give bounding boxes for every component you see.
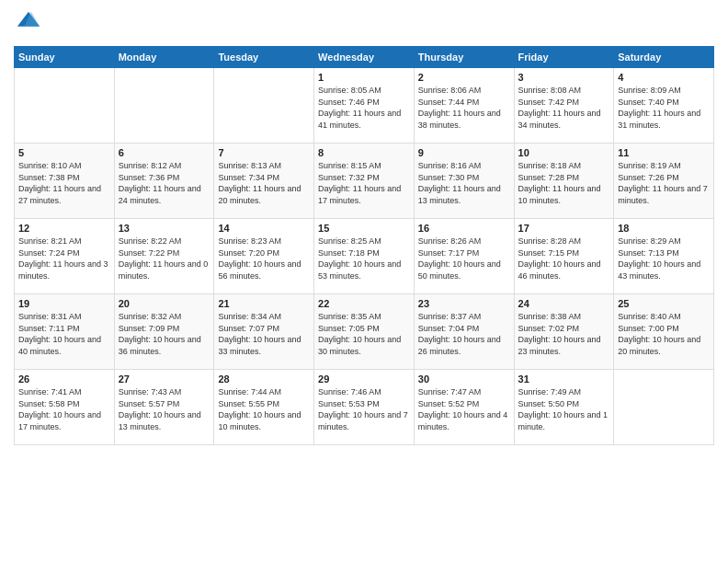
day-number: 29 [318, 373, 410, 385]
day-number: 25 [618, 298, 710, 309]
day-number: 7 [218, 147, 310, 158]
table-row: 13Sunrise: 8:22 AMSunset: 7:22 PMDayligh… [114, 219, 214, 294]
table-row: 8Sunrise: 8:15 AMSunset: 7:32 PMDaylight… [314, 144, 415, 219]
day-number: 11 [618, 147, 710, 158]
table-row: 4Sunrise: 8:09 AMSunset: 7:40 PMDaylight… [614, 68, 714, 144]
table-row: 2Sunrise: 8:06 AMSunset: 7:44 PMDaylight… [414, 68, 514, 144]
day-info: Sunrise: 7:41 AMSunset: 5:58 PMDaylight:… [18, 386, 110, 432]
day-number: 18 [618, 223, 710, 234]
table-row: 23Sunrise: 8:37 AMSunset: 7:04 PMDayligh… [414, 294, 514, 370]
day-number: 1 [318, 72, 410, 83]
table-row [114, 68, 214, 144]
day-number: 28 [218, 373, 310, 385]
day-number: 13 [119, 223, 210, 234]
calendar-week-row: 12Sunrise: 8:21 AMSunset: 7:24 PMDayligh… [15, 219, 714, 294]
day-number: 17 [518, 223, 610, 234]
day-info: Sunrise: 7:43 AMSunset: 5:57 PMDaylight:… [119, 386, 210, 432]
day-info: Sunrise: 8:40 AMSunset: 7:00 PMDaylight:… [618, 311, 710, 357]
day-number: 15 [318, 223, 410, 234]
col-saturday: Saturday [614, 47, 714, 68]
day-info: Sunrise: 8:23 AMSunset: 7:20 PMDaylight:… [218, 236, 310, 282]
table-row: 22Sunrise: 8:35 AMSunset: 7:05 PMDayligh… [314, 294, 415, 370]
col-sunday: Sunday [15, 47, 115, 68]
calendar-week-row: 5Sunrise: 8:10 AMSunset: 7:38 PMDaylight… [15, 144, 714, 219]
table-row: 15Sunrise: 8:25 AMSunset: 7:18 PMDayligh… [314, 219, 415, 294]
day-info: Sunrise: 8:29 AMSunset: 7:13 PMDaylight:… [618, 236, 710, 282]
day-info: Sunrise: 8:19 AMSunset: 7:26 PMDaylight:… [618, 160, 710, 206]
table-row: 17Sunrise: 8:28 AMSunset: 7:15 PMDayligh… [514, 219, 614, 294]
logo [14, 9, 45, 39]
table-row: 18Sunrise: 8:29 AMSunset: 7:13 PMDayligh… [614, 219, 714, 294]
logo-icon [16, 9, 41, 35]
day-number: 5 [18, 147, 110, 158]
table-row: 31Sunrise: 7:49 AMSunset: 5:50 PMDayligh… [514, 370, 614, 445]
day-number: 22 [318, 298, 410, 309]
table-row: 16Sunrise: 8:26 AMSunset: 7:17 PMDayligh… [414, 219, 514, 294]
day-number: 20 [119, 298, 210, 309]
day-number: 24 [518, 298, 610, 309]
day-number: 6 [119, 147, 210, 158]
day-info: Sunrise: 8:38 AMSunset: 7:02 PMDaylight:… [518, 311, 610, 357]
table-row [15, 68, 115, 144]
day-info: Sunrise: 8:12 AMSunset: 7:36 PMDaylight:… [119, 160, 210, 206]
day-info: Sunrise: 8:08 AMSunset: 7:42 PMDaylight:… [518, 85, 610, 131]
day-info: Sunrise: 8:18 AMSunset: 7:28 PMDaylight:… [518, 160, 610, 206]
day-info: Sunrise: 8:25 AMSunset: 7:18 PMDaylight:… [318, 236, 410, 282]
day-info: Sunrise: 8:34 AMSunset: 7:07 PMDaylight:… [218, 311, 310, 357]
day-info: Sunrise: 7:47 AMSunset: 5:52 PMDaylight:… [418, 386, 510, 432]
table-row: 24Sunrise: 8:38 AMSunset: 7:02 PMDayligh… [514, 294, 614, 370]
calendar-table: Sunday Monday Tuesday Wednesday Thursday… [14, 46, 714, 445]
day-info: Sunrise: 7:49 AMSunset: 5:50 PMDaylight:… [518, 386, 610, 432]
table-row: 12Sunrise: 8:21 AMSunset: 7:24 PMDayligh… [15, 219, 115, 294]
calendar-week-row: 19Sunrise: 8:31 AMSunset: 7:11 PMDayligh… [15, 294, 714, 370]
col-monday: Monday [114, 47, 214, 68]
day-info: Sunrise: 8:37 AMSunset: 7:04 PMDaylight:… [418, 311, 510, 357]
col-friday: Friday [514, 47, 614, 68]
day-info: Sunrise: 7:44 AMSunset: 5:55 PMDaylight:… [218, 386, 310, 432]
table-row: 10Sunrise: 8:18 AMSunset: 7:28 PMDayligh… [514, 144, 614, 219]
table-row: 26Sunrise: 7:41 AMSunset: 5:58 PMDayligh… [15, 370, 115, 445]
col-wednesday: Wednesday [314, 47, 415, 68]
table-row: 1Sunrise: 8:05 AMSunset: 7:46 PMDaylight… [314, 68, 415, 144]
day-info: Sunrise: 8:28 AMSunset: 7:15 PMDaylight:… [518, 236, 610, 282]
table-row: 30Sunrise: 7:47 AMSunset: 5:52 PMDayligh… [414, 370, 514, 445]
table-row: 29Sunrise: 7:46 AMSunset: 5:53 PMDayligh… [314, 370, 415, 445]
table-row: 5Sunrise: 8:10 AMSunset: 7:38 PMDaylight… [15, 144, 115, 219]
table-row: 27Sunrise: 7:43 AMSunset: 5:57 PMDayligh… [114, 370, 214, 445]
day-info: Sunrise: 8:05 AMSunset: 7:46 PMDaylight:… [318, 85, 410, 131]
day-info: Sunrise: 8:15 AMSunset: 7:32 PMDaylight:… [318, 160, 410, 206]
day-number: 26 [18, 373, 110, 385]
day-info: Sunrise: 8:13 AMSunset: 7:34 PMDaylight:… [218, 160, 310, 206]
day-number: 21 [218, 298, 310, 309]
table-row: 9Sunrise: 8:16 AMSunset: 7:30 PMDaylight… [414, 144, 514, 219]
table-row: 21Sunrise: 8:34 AMSunset: 7:07 PMDayligh… [214, 294, 314, 370]
day-info: Sunrise: 8:21 AMSunset: 7:24 PMDaylight:… [18, 236, 110, 282]
day-info: Sunrise: 8:35 AMSunset: 7:05 PMDaylight:… [318, 311, 410, 357]
day-info: Sunrise: 8:06 AMSunset: 7:44 PMDaylight:… [418, 85, 510, 131]
day-info: Sunrise: 8:22 AMSunset: 7:22 PMDaylight:… [119, 236, 210, 282]
table-row: 6Sunrise: 8:12 AMSunset: 7:36 PMDaylight… [114, 144, 214, 219]
day-number: 10 [518, 147, 610, 158]
calendar-week-row: 26Sunrise: 7:41 AMSunset: 5:58 PMDayligh… [15, 370, 714, 445]
day-number: 30 [418, 373, 510, 385]
day-info: Sunrise: 8:32 AMSunset: 7:09 PMDaylight:… [119, 311, 210, 357]
table-row: 14Sunrise: 8:23 AMSunset: 7:20 PMDayligh… [214, 219, 314, 294]
col-thursday: Thursday [414, 47, 514, 68]
day-number: 14 [218, 223, 310, 234]
day-info: Sunrise: 8:31 AMSunset: 7:11 PMDaylight:… [18, 311, 110, 357]
table-row: 3Sunrise: 8:08 AMSunset: 7:42 PMDaylight… [514, 68, 614, 144]
calendar-header-row: Sunday Monday Tuesday Wednesday Thursday… [15, 47, 714, 68]
day-info: Sunrise: 8:10 AMSunset: 7:38 PMDaylight:… [18, 160, 110, 206]
table-row: 28Sunrise: 7:44 AMSunset: 5:55 PMDayligh… [214, 370, 314, 445]
table-row: 25Sunrise: 8:40 AMSunset: 7:00 PMDayligh… [614, 294, 714, 370]
day-number: 2 [418, 72, 510, 83]
day-info: Sunrise: 8:09 AMSunset: 7:40 PMDaylight:… [618, 85, 710, 131]
day-number: 3 [518, 72, 610, 83]
day-number: 16 [418, 223, 510, 234]
day-number: 12 [18, 223, 110, 234]
day-number: 31 [518, 373, 610, 385]
page-header [14, 9, 714, 39]
day-number: 19 [18, 298, 110, 309]
day-number: 8 [318, 147, 410, 158]
table-row: 19Sunrise: 8:31 AMSunset: 7:11 PMDayligh… [15, 294, 115, 370]
